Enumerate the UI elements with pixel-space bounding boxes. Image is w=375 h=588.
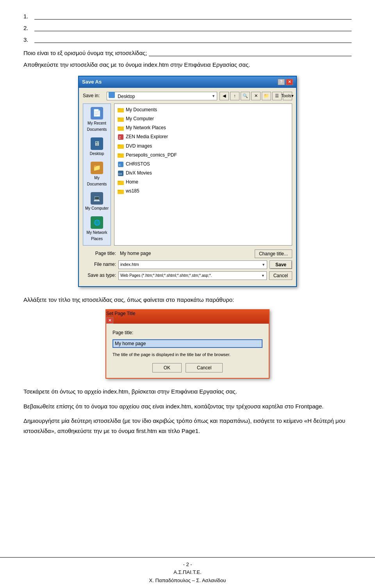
folder-icon — [118, 107, 124, 113]
svg-rect-3 — [118, 118, 120, 119]
folder-icon-6 — [118, 179, 124, 185]
pt-close-button[interactable]: ✕ — [106, 317, 113, 324]
file-name-field-label: File name: — [83, 261, 116, 268]
delete-button[interactable]: ✕ — [251, 92, 261, 100]
svg-rect-5 — [118, 127, 120, 128]
save-button[interactable]: Save — [270, 260, 292, 269]
saveastype-combo-arrow: ▼ — [261, 273, 265, 278]
pt-titlebar: Set Page Title ✕ — [106, 310, 269, 324]
save-in-combo[interactable]: Desktop ▼ — [107, 92, 217, 100]
app-icon: Z — [118, 134, 124, 140]
instruction5-text: Δημιουργήστε μία δεύτερη ιστοσελίδα (με … — [23, 417, 345, 434]
pt-titlebar-controls: ✕ — [106, 317, 269, 324]
footer-org: Α.Σ.ΠΑΙ.Τ.Ε. — [0, 568, 375, 577]
file-item-mydocuments[interactable]: My Documents — [116, 105, 290, 114]
svg-text:DX: DX — [118, 173, 122, 175]
file-item-divx[interactable]: DX DivX Movies — [116, 169, 290, 178]
file-name-combo[interactable]: index.htm ▼ — [118, 260, 267, 269]
svg-rect-11 — [118, 153, 120, 155]
file-name-dvd: DVD images — [126, 143, 152, 150]
content-area: 📄 My Recent Documents 🖥 Desktop 📁 My Doc… — [83, 103, 292, 246]
change-title-button[interactable]: Change title... — [255, 249, 292, 258]
save-as-type-combo[interactable]: Web Pages (*.htm;*.html;*.shtml;*.shtm;*… — [118, 271, 267, 280]
file-item-network[interactable]: My Network Places — [116, 123, 290, 132]
recent-icon: 📄 — [91, 107, 103, 119]
svg-text:Z: Z — [119, 135, 121, 139]
dialog-fields: Page title: My home page Change title...… — [83, 249, 292, 280]
back-button[interactable]: ◀ — [220, 92, 229, 100]
sidebar-network[interactable]: 🌐 My Network Places — [85, 216, 109, 242]
save-in-label: Save in: — [83, 92, 104, 100]
app-icon-3: DX — [118, 170, 124, 176]
set-page-title-dialog: Set Page Title ✕ Page title: The title o… — [105, 309, 270, 379]
folder-icon-7 — [118, 188, 124, 194]
file-name-persepolis: Persepolis_comics_PDF — [126, 151, 177, 159]
footer-page: - 2 - — [0, 561, 375, 569]
pt-ok-button[interactable]: OK — [152, 363, 182, 372]
file-item-christos[interactable]: C CHRISTOS — [116, 160, 290, 169]
page-title-value: My home page — [118, 249, 252, 258]
saveas-title: Save As — [82, 78, 102, 86]
file-item-ws185[interactable]: ws185 — [116, 187, 290, 196]
file-list: My Documents My Computer My Network Plac… — [114, 103, 292, 246]
pt-title: Set Page Title — [106, 311, 136, 316]
sidebar-mycomp-label: My Computer — [85, 205, 109, 212]
file-item-dvd[interactable]: DVD images — [116, 142, 290, 151]
tools-button[interactable]: Tools▾ — [283, 92, 292, 100]
up-button[interactable]: ↑ — [230, 92, 239, 100]
search-button[interactable]: 🔍 — [241, 92, 250, 100]
footer-authors: Χ. Παπαδόπουλος – Σ. Ασλανίδου — [0, 577, 375, 585]
sidebar-mydocs-label: My Documents — [85, 175, 109, 187]
titlebar-controls: ? ✕ — [278, 79, 293, 85]
sidebar-mydocs[interactable]: 📁 My Documents — [85, 162, 109, 187]
pt-cancel-button[interactable]: Cancel — [186, 363, 223, 372]
saveas-titlebar: Save As ? ✕ — [79, 77, 296, 88]
file-item-home[interactable]: Home — [116, 178, 290, 187]
folder-icon-4 — [118, 143, 124, 149]
pt-input[interactable] — [112, 339, 262, 348]
svg-rect-19 — [118, 190, 120, 191]
save-in-row: Save in: Desktop ▼ ◀ ↑ 🔍 ✕ 📁 ☰ Tools▾ — [83, 92, 292, 100]
sidebar-network-label: My Network Places — [85, 230, 109, 242]
save-in-icon — [109, 92, 115, 98]
network-icon: 🌐 — [91, 216, 103, 229]
filename-combo-arrow: ▼ — [262, 262, 265, 267]
help-button[interactable]: ? — [278, 79, 285, 85]
sidebar-desktop[interactable]: 🖥 Desktop — [90, 137, 104, 157]
cancel-button[interactable]: Cancel — [269, 271, 292, 280]
combo-arrow-icon: ▼ — [212, 93, 215, 99]
svg-rect-17 — [118, 181, 120, 182]
file-item-zen[interactable]: Z ZEN Media Explorer — [116, 132, 290, 141]
new-folder-button[interactable]: 📁 — [262, 92, 271, 100]
close-button[interactable]: ✕ — [286, 79, 293, 85]
desktop-icon: 🖥 — [91, 137, 103, 150]
sidebar-mycomp[interactable]: 💻 My Computer — [85, 192, 109, 212]
list-number-1: 1. — [23, 12, 34, 21]
file-name-row: File name: index.htm ▼ Save — [83, 260, 292, 269]
mydocs-icon: 📁 — [91, 162, 103, 174]
file-item-mycomputer[interactable]: My Computer — [116, 114, 290, 123]
question-text: Ποιο είναι το εξ ορισμού όνομα της ιστοσ… — [23, 48, 147, 58]
mycomp-icon: 💻 — [91, 192, 103, 205]
file-name-value: index.htm — [120, 261, 139, 268]
view-button[interactable]: ☰ — [272, 92, 282, 100]
saveas-body: Save in: Desktop ▼ ◀ ↑ 🔍 ✕ 📁 ☰ Tools▾ — [79, 88, 296, 286]
instruction2-text: Αλλάξετε τον τίτλο της ιστοσελίδας σας, … — [23, 296, 234, 303]
svg-rect-9 — [118, 144, 120, 146]
instruction3: Τσεκάρετε ότι όντως το αρχείο index.htm,… — [23, 387, 352, 397]
sidebar-desktop-label: Desktop — [90, 151, 104, 157]
svg-rect-1 — [118, 108, 120, 109]
save-as-type-label: Save as type: — [83, 272, 116, 279]
file-name-ws185: ws185 — [126, 187, 139, 195]
file-item-persepolis[interactable]: Persepolis_comics_PDF — [116, 151, 290, 160]
file-name-home: Home — [126, 178, 138, 186]
page-title-label: Page title: — [83, 250, 116, 257]
pt-description: The title of the page is displayed in th… — [112, 352, 262, 358]
pt-buttons: OK Cancel — [112, 363, 262, 372]
sidebar-panel: 📄 My Recent Documents 🖥 Desktop 📁 My Doc… — [83, 103, 111, 246]
list-number-2: 2. — [23, 23, 34, 33]
pt-body: Page title: The title of the page is dis… — [106, 324, 269, 378]
svg-text:C: C — [119, 163, 121, 167]
sidebar-recent[interactable]: 📄 My Recent Documents — [85, 107, 109, 133]
footer: - 2 - Α.Σ.ΠΑΙ.Τ.Ε. Χ. Παπαδόπουλος – Σ. … — [0, 557, 375, 588]
